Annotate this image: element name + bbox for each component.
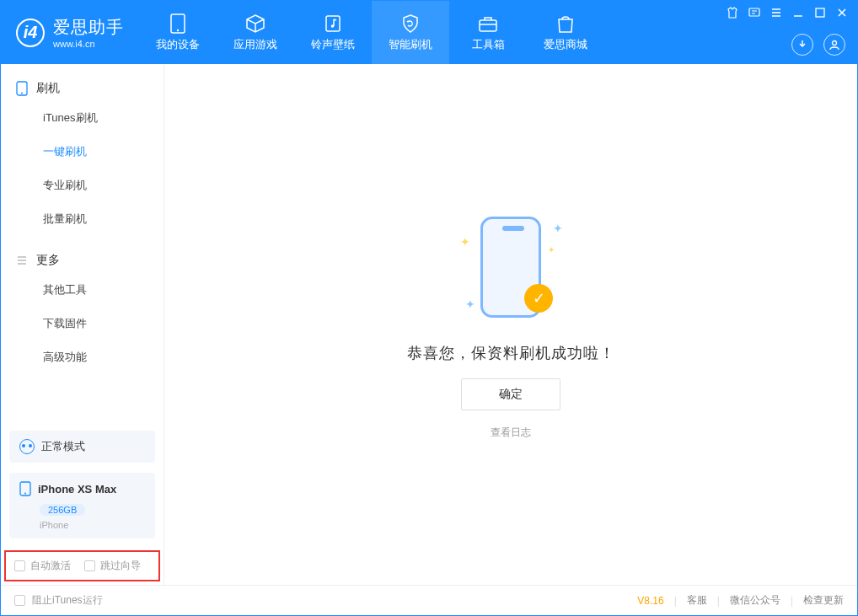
status-bar: 阻止iTunes运行 V8.16 | 客服 | 微信公众号 | 检查更新 (1, 585, 857, 615)
nav-label: 应用游戏 (233, 37, 277, 52)
svg-rect-5 (749, 8, 759, 16)
checkbox-label: 自动激活 (30, 559, 71, 573)
sidebar-item-itunes-flash[interactable]: iTunes刷机 (1, 101, 164, 135)
sidebar-section-more: 更多 (1, 248, 164, 273)
shield-refresh-icon (400, 13, 421, 34)
app-name-cn: 爱思助手 (53, 16, 124, 39)
nav-label: 工具箱 (472, 37, 505, 52)
minimize-icon[interactable] (791, 6, 805, 19)
download-icon[interactable] (791, 34, 813, 56)
mode-icon (19, 439, 35, 454)
close-icon[interactable] (835, 6, 849, 19)
sidebar-item-onekey-flash[interactable]: 一键刷机 (1, 135, 164, 169)
logo-icon: i4 (16, 19, 45, 47)
user-icon[interactable] (823, 34, 845, 56)
phone-icon (168, 13, 188, 34)
bag-icon (555, 13, 576, 34)
sparkle-icon: ✦ (460, 235, 470, 249)
nav-tab-toolbox[interactable]: 工具箱 (449, 1, 527, 64)
nav-tab-apps[interactable]: 应用游戏 (217, 1, 294, 64)
svg-rect-6 (816, 8, 824, 17)
sidebar-item-download-firmware[interactable]: 下载固件 (1, 307, 164, 340)
toolbox-icon (478, 13, 498, 34)
nav-tab-store[interactable]: 爱思商城 (527, 1, 604, 64)
list-icon (16, 254, 28, 266)
app-name-en: www.i4.cn (53, 39, 124, 49)
checkbox-skip-guide[interactable]: 跳过向导 (84, 559, 141, 573)
sidebar-item-batch-flash[interactable]: 批量刷机 (1, 202, 164, 236)
feedback-icon[interactable] (748, 6, 761, 19)
nav-label: 爱思商城 (544, 37, 587, 52)
footer-link-update[interactable]: 检查更新 (803, 593, 844, 608)
ok-button[interactable]: 确定 (461, 378, 560, 410)
sparkle-icon: ✦ (553, 222, 563, 235)
svg-rect-2 (326, 16, 340, 31)
nav-tab-device[interactable]: 我的设备 (139, 1, 217, 64)
sparkle-icon: ✦ (465, 297, 475, 311)
options-highlight: 自动激活 跳过向导 (4, 550, 160, 581)
device-card[interactable]: iPhone XS Max 256GB iPhone (9, 473, 155, 538)
cube-icon (245, 13, 265, 34)
mode-card[interactable]: 正常模式 (9, 431, 155, 463)
checkbox-auto-activate[interactable]: 自动激活 (14, 559, 71, 573)
device-icon (16, 81, 28, 96)
checkbox-icon[interactable] (14, 595, 25, 606)
header-user-area (791, 34, 845, 56)
sidebar-item-advanced[interactable]: 高级功能 (1, 340, 164, 374)
svg-point-3 (331, 24, 335, 28)
device-icon (19, 481, 31, 496)
check-badge-icon: ✓ (524, 284, 553, 313)
checkbox-label: 跳过向导 (100, 559, 141, 573)
sidebar-item-pro-flash[interactable]: 专业刷机 (1, 169, 164, 202)
section-title: 刷机 (36, 81, 60, 96)
nav-label: 我的设备 (156, 37, 200, 52)
success-message: 恭喜您，保资料刷机成功啦！ (407, 343, 615, 363)
checkbox-icon (84, 560, 95, 571)
footer-link-wechat[interactable]: 微信公众号 (730, 593, 780, 608)
nav-label: 智能刷机 (389, 37, 432, 52)
svg-point-9 (21, 93, 23, 94)
sidebar: 刷机 iTunes刷机 一键刷机 专业刷机 批量刷机 更多 其他工具 下载固件 … (1, 64, 164, 585)
window-controls (726, 6, 849, 19)
success-illustration: ✦ ✦ ✦ ✦ ✓ (452, 210, 570, 328)
device-name: iPhone XS Max (38, 483, 116, 495)
svg-point-7 (833, 41, 837, 46)
mode-label: 正常模式 (41, 439, 85, 454)
sparkle-icon: ✦ (548, 245, 555, 254)
nav-tab-flash[interactable]: 智能刷机 (372, 1, 449, 64)
block-itunes-label[interactable]: 阻止iTunes运行 (32, 593, 103, 608)
svg-point-11 (24, 493, 26, 495)
logo[interactable]: i4 爱思助手 www.i4.cn (1, 1, 139, 64)
shirt-icon[interactable] (726, 6, 739, 19)
footer-link-support[interactable]: 客服 (687, 593, 707, 608)
main-content: ✦ ✦ ✦ ✦ ✓ 恭喜您，保资料刷机成功啦！ 确定 查看日志 (164, 64, 857, 585)
menu-icon[interactable] (770, 6, 783, 19)
version-label: V8.16 (637, 595, 663, 607)
device-type: iPhone (40, 520, 145, 530)
section-title: 更多 (36, 253, 60, 268)
maximize-icon[interactable] (813, 6, 827, 19)
sidebar-section-flash: 刷机 (1, 76, 164, 101)
app-header: i4 爱思助手 www.i4.cn 我的设备 应用游戏 铃声壁纸 智能刷机 工具… (1, 1, 857, 64)
music-note-icon (323, 13, 343, 34)
svg-point-1 (177, 29, 179, 30)
device-capacity: 256GB (40, 504, 85, 516)
nav-tab-ringtones[interactable]: 铃声壁纸 (294, 1, 372, 64)
nav-label: 铃声壁纸 (311, 37, 355, 52)
sidebar-item-other-tools[interactable]: 其他工具 (1, 273, 164, 307)
nav-tabs: 我的设备 应用游戏 铃声壁纸 智能刷机 工具箱 爱思商城 (139, 1, 604, 64)
checkbox-icon (14, 560, 25, 571)
view-log-link[interactable]: 查看日志 (491, 426, 531, 440)
svg-rect-4 (480, 20, 496, 31)
